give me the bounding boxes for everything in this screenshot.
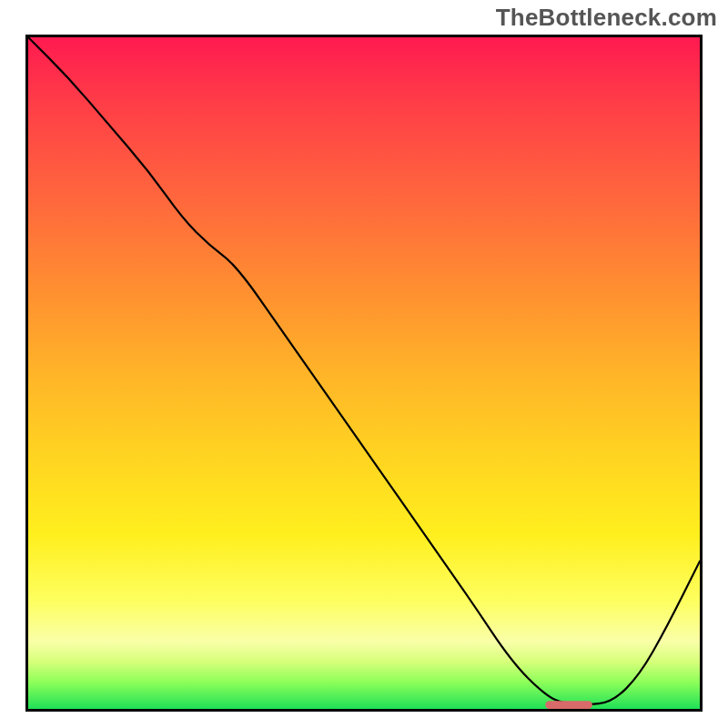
bottleneck-curve [28, 37, 700, 704]
curve-svg [28, 37, 700, 709]
watermark-text: TheBottleneck.com [496, 4, 717, 32]
optimal-marker [545, 701, 592, 709]
chart-container: TheBottleneck.com [0, 0, 728, 728]
plot-frame [25, 35, 703, 712]
